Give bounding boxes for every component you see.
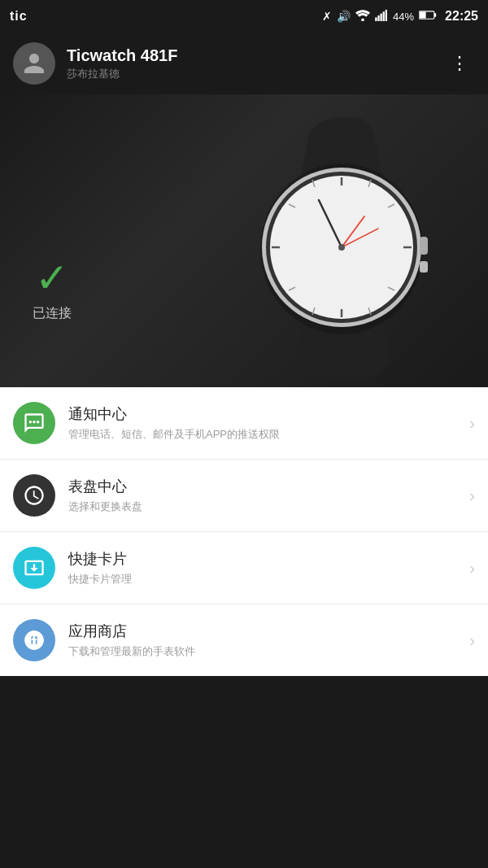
svg-rect-30 — [420, 261, 428, 273]
notification-title: 通知中心 — [68, 404, 456, 424]
store-icon — [23, 629, 46, 652]
appstore-desc: 下载和管理最新的手表软件 — [68, 644, 456, 659]
quickcard-item[interactable]: 快捷卡片 快捷卡片管理 › — [0, 532, 488, 604]
svg-point-34 — [37, 421, 40, 424]
header-info: Ticwatch 481F 莎布拉基德 — [67, 46, 433, 81]
signal-icon — [375, 10, 388, 24]
watchface-icon-wrap — [13, 474, 55, 517]
watchface-center-item[interactable]: 表盘中心 选择和更换表盘 › — [0, 460, 488, 532]
volume-icon: 🔊 — [337, 10, 351, 23]
svg-point-28 — [338, 244, 345, 251]
svg-rect-2 — [377, 15, 379, 21]
wifi-icon — [355, 10, 370, 24]
notification-icon-wrap — [13, 402, 55, 444]
quickcard-icon-wrap — [13, 547, 55, 589]
svg-rect-5 — [386, 10, 387, 21]
clock-icon — [23, 484, 46, 507]
bluetooth-icon: ✗ — [322, 10, 332, 23]
watch-image — [220, 111, 464, 387]
appstore-title: 应用商店 — [68, 622, 456, 641]
svg-rect-7 — [434, 13, 436, 17]
connection-status: ✓ 已连接 — [33, 258, 72, 322]
person-icon — [22, 51, 46, 76]
chat-icon — [23, 412, 46, 434]
appstore-text: 应用商店 下载和管理最新的手表软件 — [68, 622, 456, 659]
svg-rect-1 — [375, 17, 377, 21]
cards-icon — [23, 556, 46, 579]
svg-rect-3 — [380, 13, 381, 20]
status-right: ✗ 🔊 44% — [322, 9, 478, 24]
quickcard-text: 快捷卡片 快捷卡片管理 — [68, 549, 456, 587]
app-name: tic — [10, 9, 28, 24]
watchface-title: 表盘中心 — [68, 477, 456, 496]
notification-chevron: › — [469, 414, 475, 433]
connected-label: 已连接 — [33, 305, 72, 322]
appstore-icon-wrap — [13, 619, 55, 661]
menu-list: 通知中心 管理电话、短信、邮件及手机APP的推送权限 › 表盘中心 选择和更换表… — [0, 387, 488, 676]
notification-center-item[interactable]: 通知中心 管理电话、短信、邮件及手机APP的推送权限 › — [0, 387, 488, 460]
quickcard-desc: 快捷卡片管理 — [68, 572, 456, 587]
watchface-chevron: › — [469, 486, 475, 505]
device-name: Ticwatch 481F — [67, 46, 433, 65]
quickcard-chevron: › — [469, 559, 475, 578]
check-icon: ✓ — [35, 258, 69, 299]
avatar — [13, 42, 55, 85]
notification-text: 通知中心 管理电话、短信、邮件及手机APP的推送权限 — [68, 404, 456, 442]
battery-icon — [419, 10, 437, 23]
quickcard-title: 快捷卡片 — [68, 549, 456, 569]
svg-rect-8 — [420, 12, 426, 19]
status-time: 22:25 — [445, 9, 478, 24]
watchface-text: 表盘中心 选择和更换表盘 — [68, 477, 456, 514]
battery-percent: 44% — [393, 11, 414, 23]
user-name: 莎布拉基德 — [67, 67, 433, 81]
watchface-desc: 选择和更换表盘 — [68, 499, 456, 514]
appstore-item[interactable]: 应用商店 下载和管理最新的手表软件 › — [0, 604, 488, 676]
svg-rect-4 — [383, 11, 385, 21]
svg-rect-29 — [420, 237, 428, 255]
app-header: Ticwatch 481F 莎布拉基德 ⋮ — [0, 33, 488, 94]
more-menu-button[interactable]: ⋮ — [444, 50, 475, 77]
notification-desc: 管理电话、短信、邮件及手机APP的推送权限 — [68, 427, 456, 442]
svg-point-33 — [33, 421, 36, 424]
hero-section: ✓ 已连接 — [0, 94, 488, 387]
appstore-chevron: › — [469, 631, 475, 650]
svg-point-0 — [361, 18, 364, 21]
svg-point-31 — [412, 287, 417, 292]
svg-point-32 — [29, 421, 33, 424]
status-bar: tic ✗ 🔊 44% — [0, 0, 488, 33]
